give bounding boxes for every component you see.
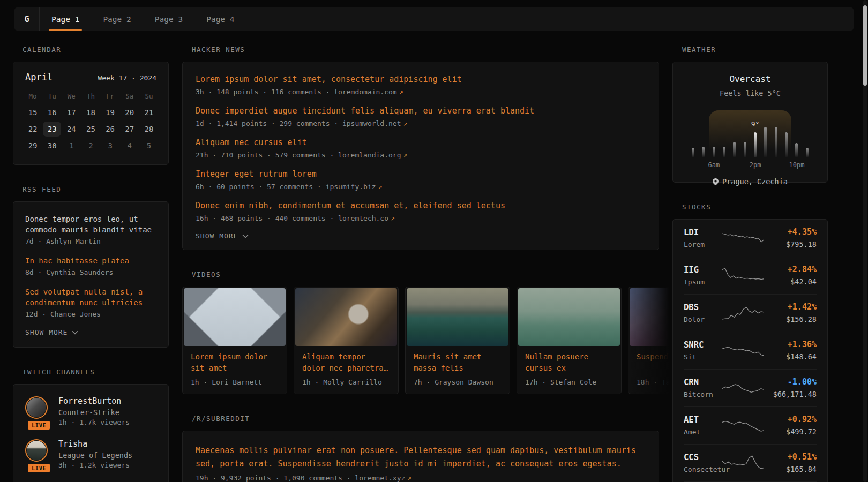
videos-section-title: VIDEOS (192, 270, 659, 278)
hn-item-meta: 1d · 1,414 points · 299 comments · ipsum… (196, 119, 646, 127)
calendar-day-number: 30 (43, 138, 61, 153)
page-scrollbar-thumb[interactable] (863, 5, 867, 86)
weekday-label: Mo (23, 88, 42, 104)
weather-bar (702, 147, 705, 157)
subreddit-post-meta: 19h · 9,932 points · 1,090 comments · lo… (196, 474, 646, 482)
calendar-day: 2 (81, 137, 100, 154)
live-badge: LIVE (27, 420, 51, 431)
stock-name: Sit (684, 353, 719, 361)
subreddit-post-title[interactable]: Maecenas mollis pulvinar erat non posuer… (196, 444, 646, 471)
hn-item: Integer eget rutrum lorem6h · 60 points … (196, 169, 646, 191)
video-meta: 7h · Grayson Dawson (406, 374, 510, 394)
chevron-down-icon (72, 330, 78, 335)
tab-page-3[interactable]: Page 3 (143, 7, 194, 31)
calendar-day-number: 16 (43, 105, 61, 120)
twitch-channel-name[interactable]: ForrestBurton (58, 396, 130, 406)
weather-bar-current (754, 132, 757, 157)
twitch-channel-meta: 1h · 1.7k viewers (58, 418, 130, 426)
stock-id: IIGIpsum (684, 265, 719, 286)
stock-price: $42.04 (767, 277, 817, 286)
video-card[interactable]: Aliquam tempor dolor nec pharetra…1h · M… (294, 287, 399, 394)
video-title: Nullam posuere cursus ex (517, 351, 621, 374)
stock-values: +1.42%$156.28 (767, 302, 817, 323)
stock-row[interactable]: IIGIpsum+2.84%$42.04 (684, 257, 817, 294)
subreddit-section-title: /R/SUBREDDIT (192, 415, 659, 423)
weather-bar-cell (709, 106, 719, 157)
external-link-icon[interactable]: ↗ (399, 88, 403, 96)
video-card[interactable]: Mauris sit amet massa felis7h · Grayson … (405, 287, 510, 394)
stocks-section-title: STOCKS (682, 203, 828, 211)
hn-item-meta-text: 6h · 60 points · 57 comments · ipsumify.… (196, 183, 376, 191)
hn-item-title[interactable]: Donec imperdiet augue tincidunt felis al… (196, 106, 646, 117)
video-thumbnail (295, 288, 397, 346)
external-link-icon[interactable]: ↗ (403, 151, 408, 159)
tab-page-1[interactable]: Page 1 (40, 7, 91, 31)
video-meta: 1h · Molly Carrillo (294, 374, 398, 394)
weather-bar-cell (729, 106, 739, 157)
external-link-icon[interactable]: ↗ (407, 474, 411, 482)
twitch-channel-row[interactable]: LIVEForrestBurtonCounter-Strike1h · 1.7k… (25, 396, 156, 426)
hn-item-meta: 21h · 710 points · 579 comments · loreml… (196, 151, 646, 159)
stock-name: Amet (684, 428, 719, 436)
tab-page-4[interactable]: Page 4 (194, 7, 246, 31)
calendar-weekday-row: MoTuWeThFrSaSu (23, 88, 159, 104)
rss-item: In hac habitasse platea8d · Cynthia Saun… (25, 255, 156, 276)
video-card[interactable]: Nullam posuere cursus ex17h · Stefan Col… (517, 287, 622, 394)
live-badge: LIVE (27, 463, 51, 473)
weekday-label: Th (81, 88, 100, 104)
calendar-day-number: 28 (140, 122, 158, 137)
current-temp-label: 9° (750, 120, 760, 128)
stock-id: DBSDolor (684, 303, 719, 323)
stock-row[interactable]: LDILorem+4.35%$795.18 (684, 220, 817, 257)
hn-item-title[interactable]: Integer eget rutrum lorem (196, 169, 646, 180)
rss-item: Donec tempor eros leo, ut commodo mauris… (25, 214, 156, 245)
external-link-icon[interactable]: ↗ (403, 119, 408, 127)
stock-row[interactable]: SNRCSit+1.36%$148.64 (684, 332, 817, 369)
weather-condition: Overcast (683, 74, 818, 84)
weather-bar (713, 147, 715, 157)
weather-bar-cell (771, 106, 781, 157)
hn-item-title[interactable]: Donec enim nibh, condimentum et accumsan… (196, 200, 646, 212)
calendar-day-number: 17 (62, 105, 80, 120)
stock-change: +2.84% (767, 265, 817, 274)
stock-values: +2.84%$42.04 (767, 265, 817, 286)
show-more-button[interactable]: SHOW MORE (25, 328, 156, 336)
dashboard-page: G Page 1Page 2Page 3Page 4 CALENDAR Apri… (0, 0, 868, 482)
hn-item-title[interactable]: Lorem ipsum dolor sit amet, consectetur … (196, 74, 646, 85)
stock-sparkline (722, 342, 764, 359)
twitch-channel-row[interactable]: LIVETrishaLeague of Legends3h · 1.2k vie… (25, 439, 156, 469)
stock-change: +0.51% (767, 452, 817, 462)
stock-sparkline (722, 454, 764, 471)
calendar-day-number: 21 (140, 105, 158, 120)
stock-row[interactable]: CRNBitcorn-1.00%$66,171.48 (684, 369, 817, 406)
stock-change: +0.92% (767, 415, 817, 424)
weather-bar-cell: 9° (750, 106, 760, 157)
location-pin-icon (713, 178, 719, 185)
hn-item-title[interactable]: Aliquam nec cursus elit (196, 137, 646, 148)
external-link-icon[interactable]: ↗ (391, 214, 395, 222)
rss-item-title[interactable]: In hac habitasse platea (25, 255, 156, 266)
external-link-icon[interactable]: ↗ (378, 183, 383, 191)
calendar-day: 24 (62, 120, 81, 137)
twitch-channel-game: Counter-Strike (58, 408, 130, 417)
hn-item-meta: 16h · 468 points · 440 comments · loremt… (196, 214, 646, 222)
rss-item-title[interactable]: Sed volutpat nulla nisl, a condimentum n… (25, 287, 156, 308)
video-card[interactable]: Lorem ipsum dolor sit amet consectetu…1h… (182, 287, 287, 394)
stock-ticker: CRN (684, 378, 719, 387)
calendar-header: April Week 17 · 2024 (23, 72, 159, 88)
calendar-day: 21 (139, 104, 159, 120)
calendar-day-number: 27 (121, 122, 139, 137)
stock-row[interactable]: DBSDolor+1.42%$156.28 (684, 294, 817, 332)
rss-item-title[interactable]: Donec tempor eros leo, ut commodo mauris… (25, 214, 156, 235)
weather-bar (692, 148, 694, 157)
stock-row[interactable]: AETAmet+0.92%$499.72 (684, 406, 817, 444)
show-more-button[interactable]: SHOW MORE (196, 232, 646, 240)
calendar-month: April (25, 72, 53, 82)
stock-ticker: AET (684, 415, 719, 425)
stock-row[interactable]: CCSConsectetur+0.51%$165.84 (684, 444, 817, 481)
logo[interactable]: G (14, 7, 39, 31)
twitch-channel-name[interactable]: Trisha (58, 439, 132, 449)
stock-ticker: SNRC (684, 340, 719, 350)
hn-item: Aliquam nec cursus elit21h · 710 points … (196, 137, 646, 159)
tab-page-2[interactable]: Page 2 (91, 7, 143, 31)
